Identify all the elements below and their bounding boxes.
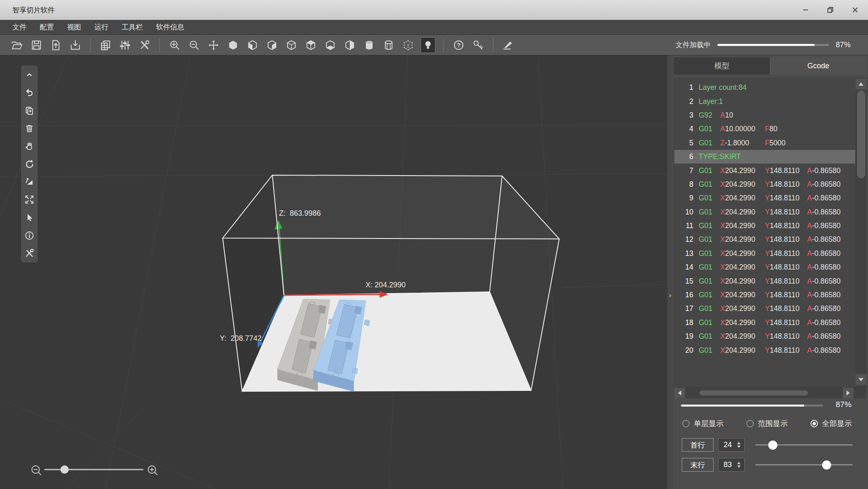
import-model-button[interactable] — [49, 38, 63, 53]
info-button[interactable] — [24, 230, 35, 241]
help-button[interactable]: ? — [452, 38, 466, 53]
scroll-up-button[interactable] — [856, 79, 866, 89]
first-row-slider[interactable] — [755, 438, 853, 452]
collapse-panel-chevron[interactable]: › — [669, 291, 671, 300]
vertical-scroll-thumb[interactable] — [857, 91, 865, 178]
vertical-scrollbar[interactable] — [855, 78, 867, 387]
fit-view-button[interactable] — [24, 194, 35, 205]
duplicate-button[interactable] — [24, 104, 35, 116]
first-row-spinner[interactable]: 24 — [718, 438, 745, 452]
gcode-row[interactable]: 4G01A10.00000F80 — [674, 122, 855, 136]
gcode-row[interactable]: 5G01Z-1.8000F5000 — [674, 136, 855, 150]
zoom-out-icon[interactable] — [32, 466, 41, 475]
gcode-row[interactable]: 3G92A10 — [674, 108, 855, 122]
menu-item[interactable]: 文件 — [12, 22, 26, 32]
menu-item[interactable]: 软件信息 — [156, 22, 184, 32]
gcode-list[interactable]: 1Layer count:842Layer:13G92A104G01A10.00… — [674, 78, 855, 387]
view-cube-left-face-button[interactable] — [245, 38, 260, 53]
select-cursor-button[interactable] — [24, 212, 35, 224]
spinner-up-icon[interactable] — [737, 462, 741, 464]
scroll-left-button[interactable] — [674, 388, 685, 398]
radio-circle-icon[interactable] — [810, 420, 818, 427]
view-cube-bottom-face-button[interactable] — [323, 38, 337, 53]
menu-item[interactable]: 配置 — [40, 22, 54, 32]
first-row-slider-thumb[interactable] — [768, 441, 777, 450]
parameter-sliders-button[interactable] — [118, 38, 132, 53]
spinner-down-icon[interactable] — [737, 465, 741, 468]
view-cube-top-face-button[interactable] — [304, 38, 318, 53]
scroll-right-button[interactable] — [843, 388, 854, 398]
menu-item[interactable]: 运行 — [94, 22, 108, 32]
last-row-slider-track[interactable] — [755, 464, 853, 465]
gcode-row[interactable]: 1Layer count:84 — [674, 81, 855, 94]
gcode-row[interactable]: 2Layer:1 — [674, 94, 855, 108]
view-cube-section-button[interactable] — [343, 38, 357, 53]
gcode-row[interactable]: 9G01X204.2990Y148.8110A-0.86580 — [674, 191, 855, 205]
gcode-row[interactable]: 11G01X204.2990Y148.8110A-0.86580 — [674, 219, 855, 233]
key-button[interactable] — [471, 38, 485, 53]
copy-plate-button[interactable] — [99, 38, 113, 53]
menu-item[interactable]: 工具栏 — [122, 22, 143, 32]
display-mode-radio[interactable]: 范围显示 — [746, 419, 788, 429]
gcode-row[interactable]: 8G01X204.2990Y148.8110A-0.86580 — [674, 178, 855, 191]
repair-tools-button[interactable] — [24, 248, 35, 259]
point-cloud-cube-button[interactable] — [401, 38, 415, 53]
last-row-slider[interactable] — [755, 458, 853, 472]
gcode-row[interactable]: 14G01X204.2990Y148.8110A-0.86580 — [674, 260, 855, 274]
zoom-out-button[interactable] — [187, 38, 201, 53]
gcode-row[interactable]: 19G01X204.2990Y148.8110A-0.86580 — [674, 330, 855, 343]
palette-scroll-up-button[interactable] — [24, 69, 35, 80]
viewport-3d[interactable]: Z: 863.9986 X: 204.2990 Y: 208.7742 — [0, 55, 667, 489]
view-cube-solid-button[interactable] — [226, 38, 240, 53]
radio-circle-icon[interactable] — [746, 420, 754, 427]
tab-gcode[interactable]: Gcode — [770, 57, 866, 75]
export-gcode-button[interactable] — [68, 38, 82, 53]
last-row-spinner[interactable]: 83 — [718, 458, 745, 472]
last-row-slider-thumb[interactable] — [822, 460, 831, 470]
menu-item[interactable]: 视图 — [67, 22, 81, 32]
zoom-in-icon[interactable] — [148, 466, 157, 475]
pan-hand-button[interactable] — [24, 140, 35, 152]
view-cube-hidden-edges-button[interactable] — [284, 38, 298, 53]
pan-move-button[interactable] — [207, 38, 221, 53]
gcode-row[interactable]: 20G01X204.2990Y148.8110A-0.86580 — [674, 343, 855, 357]
display-mode-radio[interactable]: 单层显示 — [682, 419, 724, 429]
knife-button[interactable] — [501, 38, 515, 53]
restore-button[interactable] — [823, 4, 837, 16]
gcode-row[interactable]: 10G01X204.2990Y148.8110A-0.86580 — [674, 205, 855, 219]
rotate-button[interactable] — [24, 158, 35, 170]
zoom-in-button[interactable] — [168, 38, 182, 53]
panel-splitter[interactable]: › — [667, 55, 673, 489]
save-button[interactable] — [29, 38, 43, 53]
spinner-up-icon[interactable] — [737, 442, 741, 444]
delete-button[interactable] — [24, 123, 35, 134]
gcode-row[interactable]: 13G01X204.2990Y148.8110A-0.86580 — [674, 247, 855, 260]
display-mode-radio[interactable]: 全部显示 — [810, 419, 852, 429]
scroll-down-button[interactable] — [856, 374, 866, 385]
gcode-row[interactable]: 17G01X204.2990Y148.8110A-0.86580 — [674, 302, 855, 316]
cylinder-solid-button[interactable] — [362, 38, 376, 53]
last-row-button[interactable]: 末行 — [682, 458, 714, 472]
gcode-row[interactable]: 18G01X204.2990Y148.8110A-0.86580 — [674, 316, 855, 330]
view-cube-right-face-button[interactable] — [265, 38, 279, 53]
horizontal-scroll-thumb[interactable] — [700, 390, 808, 395]
spinner-down-icon[interactable] — [737, 446, 741, 448]
gcode-row[interactable]: 15G01X204.2990Y148.8110A-0.86580 — [674, 274, 855, 288]
tools-button[interactable] — [137, 38, 151, 53]
first-row-button[interactable]: 首行 — [682, 438, 714, 452]
zoom-slider-thumb[interactable] — [60, 465, 69, 474]
open-file-button[interactable] — [10, 38, 24, 53]
tab-model[interactable]: 模型 — [674, 57, 770, 75]
horizontal-scrollbar[interactable] — [674, 388, 866, 398]
gcode-row[interactable]: 7G01X204.2990Y148.8110A-0.86580 — [674, 164, 855, 177]
gcode-row[interactable]: 12G01X204.2990Y148.8110A-0.86580 — [674, 233, 855, 246]
cylinder-wireframe-button[interactable] — [382, 38, 396, 53]
undo-button[interactable] — [24, 87, 35, 98]
light-toggle-button[interactable] — [421, 37, 435, 53]
gcode-row[interactable]: 16G01X204.2990Y148.8110A-0.86580 — [674, 288, 855, 302]
close-button[interactable] — [848, 4, 862, 16]
minimize-button[interactable] — [798, 4, 813, 16]
radio-circle-icon[interactable] — [682, 420, 690, 427]
mirror-scale-button[interactable] — [24, 176, 35, 188]
gcode-row[interactable]: 6TYPE:SKIRT — [674, 150, 855, 164]
